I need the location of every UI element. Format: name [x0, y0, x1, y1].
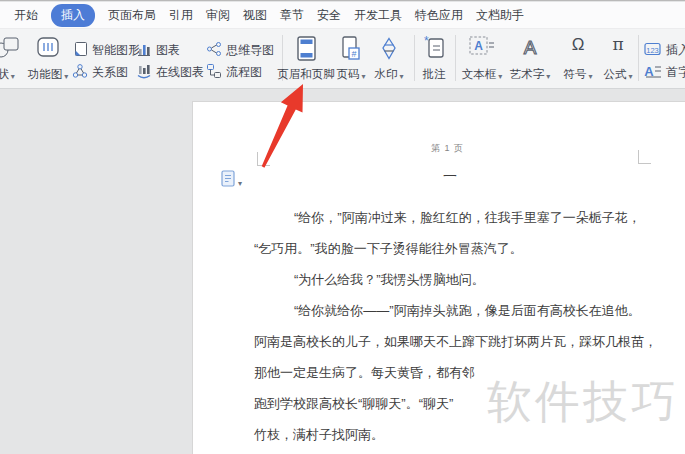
- relation-diagram-icon: [72, 63, 88, 82]
- drop-cap-button[interactable]: A 首字下沉: [644, 63, 685, 81]
- shapes-icon: [0, 36, 19, 62]
- group-divider: [638, 35, 639, 81]
- smart-graphics-icon: [72, 41, 88, 60]
- text-line: “乞巧用。”我的脸一下子烫得能往外冒蒸汽了。: [254, 233, 657, 264]
- text-line: “给你，”阿南冲过来，脸红红的，往我手里塞了一朵栀子花，: [254, 202, 657, 233]
- site-watermark: 软件技巧: [487, 372, 679, 432]
- page-setup-button[interactable]: [221, 170, 242, 191]
- tab-references[interactable]: 引用: [169, 4, 193, 27]
- function-diagram-icon: [36, 36, 60, 60]
- insert-ribbon: 状 功能图 智能图形: [0, 29, 685, 89]
- svg-text:A: A: [474, 39, 483, 53]
- wps-writer-window: 开始 插入 页面布局 引用 审阅 视图 章节 安全 开发工具 特色应用 文档助手…: [0, 0, 685, 454]
- mind-map-button[interactable]: 思维导图: [206, 41, 274, 59]
- watermark-icon: [380, 36, 398, 63]
- text-box-button[interactable]: A 文本框: [456, 34, 508, 84]
- comment-button[interactable]: * 批注: [414, 34, 454, 84]
- smart-graphics-button[interactable]: 智能图形: [72, 41, 140, 59]
- chart-icon: [136, 41, 152, 60]
- page-number-button[interactable]: # 页码: [330, 34, 372, 84]
- tab-security[interactable]: 安全: [317, 4, 341, 27]
- chapter-number: 一: [443, 168, 457, 186]
- tab-section[interactable]: 章节: [280, 4, 304, 27]
- formula-button[interactable]: π 公式: [596, 34, 640, 84]
- omega-symbol-icon: Ω: [572, 36, 585, 53]
- svg-text:#: #: [351, 49, 356, 59]
- symbol-button[interactable]: Ω 符号: [556, 34, 600, 84]
- dropdown-arrow-icon: [546, 69, 550, 81]
- flow-chart-icon: [206, 63, 222, 82]
- comment-icon: *: [424, 36, 445, 62]
- insert-number-button[interactable]: 123 插入数字: [644, 41, 685, 59]
- watermark-button[interactable]: 水印: [368, 34, 410, 84]
- margin-corner-mark: [257, 152, 270, 166]
- text-line: “给你就给你——”阿南掉头就跑，像是后面有高校长在追他。: [254, 295, 657, 326]
- insert-number-icon: 123: [644, 42, 662, 59]
- tab-document-assistant[interactable]: 文档助手: [476, 4, 524, 27]
- dropdown-arrow-icon: [628, 69, 632, 81]
- tab-page-layout[interactable]: 页面布局: [108, 4, 156, 27]
- drop-cap-icon: A: [644, 63, 662, 81]
- dropdown-arrow-icon: [238, 172, 242, 190]
- svg-text:*: *: [424, 36, 429, 48]
- chart-button[interactable]: 图表: [136, 41, 180, 59]
- pi-formula-icon: π: [612, 36, 623, 53]
- mind-map-icon: [206, 41, 222, 60]
- word-art-icon: A: [519, 36, 541, 60]
- text-line: “为什么给我？”我愣头愣脑地问。: [254, 264, 657, 295]
- tab-developer-tools[interactable]: 开发工具: [354, 4, 402, 27]
- svg-text:123: 123: [646, 45, 659, 54]
- text-box-icon: A: [469, 36, 495, 58]
- page-number-icon: #: [342, 36, 360, 63]
- page-header-text: 第 1 页: [431, 142, 464, 155]
- dropdown-arrow-icon: [588, 69, 592, 81]
- dropdown-arrow-icon: [361, 69, 365, 81]
- dropdown-arrow-icon: [498, 69, 502, 81]
- page-setup-icon: [221, 170, 235, 191]
- relation-diagram-button[interactable]: 关系图: [72, 63, 128, 81]
- flow-chart-button[interactable]: 流程图: [206, 63, 262, 81]
- document-page[interactable]: 第 1 页 一 “给你，”阿南冲过来，脸红红的，往我手里塞了一朵栀子花， “乞巧…: [192, 101, 685, 454]
- online-chart-button[interactable]: 在线图表: [136, 63, 204, 81]
- tab-review[interactable]: 审阅: [206, 4, 230, 27]
- tab-home[interactable]: 开始: [14, 4, 38, 27]
- tab-special-features[interactable]: 特色应用: [415, 4, 463, 27]
- dropdown-arrow-icon: [64, 69, 68, 81]
- svg-text:A: A: [524, 37, 537, 58]
- svg-text:A: A: [644, 64, 654, 79]
- header-footer-icon: [297, 36, 316, 63]
- dropdown-arrow-icon: [399, 69, 403, 81]
- margin-corner-mark: [638, 150, 651, 164]
- word-art-button[interactable]: A 艺术字: [506, 34, 554, 84]
- tab-view[interactable]: 视图: [243, 4, 267, 27]
- function-diagram-button[interactable]: 功能图: [21, 34, 75, 84]
- menu-bar: 开始 插入 页面布局 引用 审阅 视图 章节 安全 开发工具 特色应用 文档助手: [0, 2, 685, 29]
- dropdown-arrow-icon: [11, 69, 15, 81]
- tab-insert[interactable]: 插入: [51, 4, 95, 27]
- online-chart-icon: [136, 63, 152, 82]
